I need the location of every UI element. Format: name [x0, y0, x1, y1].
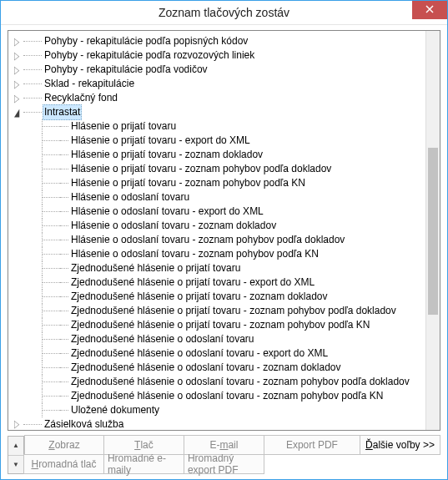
tree-label: Zjednodušené hlásenie o odoslaní tovaru [69, 332, 256, 346]
window: Zoznam tlačových zostáv ▷Pohyby - rekapi… [0, 0, 448, 480]
hromadny-export-button[interactable]: Hromadný export PDF [184, 454, 264, 474]
tree-child[interactable]: Zjednodušené hlásenie o prijatí tovaru [10, 261, 424, 275]
tree-label: Recyklačný fond [43, 91, 119, 105]
tree-label: Hlásenie o odoslaní tovaru [69, 190, 191, 205]
tree-item[interactable]: ▷Sklad - rekapitulácie [10, 77, 424, 91]
tree-label: Zásielková služba [43, 417, 125, 430]
scrollbar-thumb[interactable] [428, 148, 438, 315]
tree-item[interactable]: ▷Pohyby - rekapitulácie podľa popisných … [10, 34, 424, 48]
tree-label: Hlásenie o prijatí tovaru - zoznam dokla… [69, 148, 264, 162]
expand-icon[interactable]: ▷ [12, 420, 22, 430]
tree-label: Uložené dokumenty [69, 403, 161, 417]
close-icon [425, 4, 434, 16]
tree-child[interactable]: Hlásenie o odoslaní tovaru [10, 190, 424, 205]
close-button[interactable] [412, 1, 447, 19]
button-bar: ▲ ▼ Zobraz Tlač E-mail Export PDF Ďalšie… [8, 436, 440, 474]
hromadne-emaily-button[interactable]: Hromadné e-maily [103, 454, 184, 474]
spin-up[interactable]: ▲ [8, 437, 23, 456]
tree-item[interactable]: ▷Zásielková služba [10, 417, 424, 430]
window-title: Zoznam tlačových zostáv [1, 6, 447, 19]
spin-down[interactable]: ▼ [8, 456, 23, 474]
tree-label: Zjednodušené hlásenie o prijatí tovaru -… [69, 304, 398, 318]
tree-label: Zjednodušené hlásenie o odoslaní tovaru … [69, 361, 343, 375]
tree-child[interactable]: Zjednodušené hlásenie o prijatí tovaru -… [10, 318, 424, 332]
tree-label: Zjednodušené hlásenie o prijatí tovaru -… [69, 318, 371, 332]
tree-label: Zjednodušené hlásenie o prijatí tovaru -… [69, 290, 330, 304]
tree-child[interactable]: Zjednodušené hlásenie o prijatí tovaru -… [10, 275, 424, 290]
tree-label: Intrastat [43, 104, 82, 120]
tree-child[interactable]: Hlásenie o prijatí tovaru [10, 119, 424, 134]
zobraz-button[interactable]: Zobraz [24, 435, 104, 455]
content: ▷Pohyby - rekapitulácie podľa popisných … [1, 25, 447, 479]
tree-item-selected[interactable]: ◢Intrastat [10, 105, 424, 119]
tree-label: Hlásenie o odoslaní tovaru - zoznam pohy… [69, 233, 346, 247]
tree-child[interactable]: Hlásenie o odoslaní tovaru - zoznam dokl… [10, 219, 424, 233]
tree-label: Hlásenie o prijatí tovaru - zoznam pohyb… [69, 176, 307, 190]
tree-label: Pohyby - rekapitulácie podľa popisných k… [43, 34, 249, 48]
tree-child[interactable]: Zjednodušené hlásenie o odoslaní tovaru [10, 332, 424, 346]
tree-child[interactable]: Hlásenie o prijatí tovaru - zoznam pohyb… [10, 162, 424, 176]
tree-label: Zjednodušené hlásenie o odoslaní tovaru … [69, 389, 385, 403]
tree-child[interactable]: Hlásenie o odoslaní tovaru - zoznam pohy… [10, 233, 424, 247]
tree-child[interactable]: Zjednodušené hlásenie o prijatí tovaru -… [10, 290, 424, 304]
tree-label: Hlásenie o odoslaní tovaru - zoznam dokl… [69, 219, 278, 233]
tree-child[interactable]: Hlásenie o prijatí tovaru - zoznam dokla… [10, 148, 424, 162]
collapse-icon[interactable]: ◢ [12, 108, 22, 118]
tree-child[interactable]: Zjednodušené hlásenie o odoslaní tovaru … [10, 389, 424, 403]
tree-label: Zjednodušené hlásenie o odoslaní tovaru … [69, 375, 411, 389]
triangle-up-icon: ▲ [13, 442, 19, 449]
tree-panel: ▷Pohyby - rekapitulácie podľa popisných … [8, 30, 440, 431]
tree-child[interactable]: Hlásenie o odoslaní tovaru - export do X… [10, 205, 424, 219]
tree-child[interactable]: Zjednodušené hlásenie o prijatí tovaru -… [10, 304, 424, 318]
tree-label: Zjednodušené hlásenie o prijatí tovaru -… [69, 275, 316, 290]
tree-label: Hlásenie o prijatí tovaru - zoznam pohyb… [69, 162, 333, 176]
exportpdf-button[interactable]: Export PDF [264, 435, 360, 455]
tree-child[interactable]: Hlásenie o odoslaní tovaru - zoznam pohy… [10, 247, 424, 261]
tree-label: Pohyby - rekapitulácie podľa rozvozových… [43, 48, 256, 63]
tree-label: Hlásenie o prijatí tovaru [69, 119, 178, 134]
tree-label: Zjednodušené hlásenie o odoslaní tovaru … [69, 346, 330, 361]
tree-child[interactable]: Zjednodušené hlásenie o odoslaní tovaru … [10, 346, 424, 361]
scrollbar[interactable] [425, 31, 440, 430]
hromadna-tlac-button[interactable]: Hromadná tlač [23, 454, 104, 474]
tree-child[interactable]: Hlásenie o prijatí tovaru - zoznam pohyb… [10, 176, 424, 190]
tree-item[interactable]: ▷Pohyby - rekapitulácie podľa vodičov [10, 63, 424, 77]
tree-child[interactable]: Zjednodušené hlásenie o odoslaní tovaru … [10, 375, 424, 389]
tree-item[interactable]: ▷Pohyby - rekapitulácie podľa rozvozovýc… [10, 48, 424, 63]
tree-label: Zjednodušené hlásenie o prijatí tovaru [69, 261, 242, 275]
dalsie-volby-button[interactable]: Ďalšie voľby >> [360, 435, 440, 455]
tree-child[interactable]: Hlásenie o prijatí tovaru - export do XM… [10, 134, 424, 148]
tree-child[interactable]: Zjednodušené hlásenie o odoslaní tovaru … [10, 361, 424, 375]
triangle-down-icon: ▼ [13, 461, 19, 468]
tree-child[interactable]: Uložené dokumenty [10, 403, 424, 417]
buttons-grid: Zobraz Tlač E-mail Export PDF Ďalšie voľ… [24, 436, 440, 474]
titlebar: Zoznam tlačových zostáv [1, 1, 447, 25]
tree-label: Sklad - rekapitulácie [43, 77, 136, 91]
tree-label: Hlásenie o odoslaní tovaru - export do X… [69, 205, 265, 219]
tree[interactable]: ▷Pohyby - rekapitulácie podľa popisných … [8, 31, 425, 430]
tree-label: Pohyby - rekapitulácie podľa vodičov [43, 63, 209, 77]
tree-label: Hlásenie o prijatí tovaru - export do XM… [69, 134, 252, 148]
spin-buttons: ▲ ▼ [8, 436, 24, 474]
tree-item[interactable]: ▷Recyklačný fond [10, 91, 424, 105]
tree-label: Hlásenie o odoslaní tovaru - zoznam pohy… [69, 247, 320, 261]
